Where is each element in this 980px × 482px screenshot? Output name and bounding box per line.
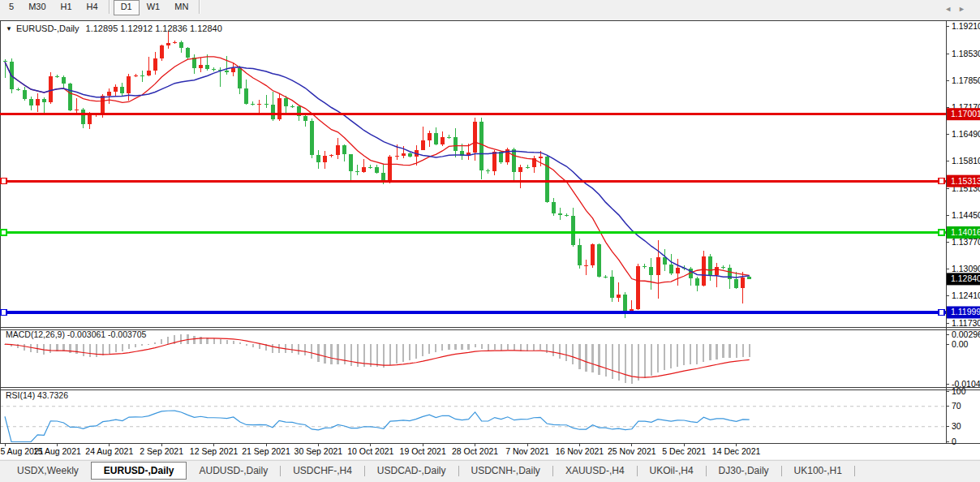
candle-body bbox=[721, 267, 725, 268]
line-handle[interactable] bbox=[939, 309, 944, 315]
candle-body bbox=[23, 90, 27, 99]
candle-body bbox=[473, 122, 477, 153]
macd-axis-label: 0.00 bbox=[952, 339, 969, 349]
candle-body bbox=[271, 105, 275, 120]
candle-body bbox=[434, 133, 438, 144]
chart-ohlc-values: 1.12895 1.12912 1.12836 1.12840 bbox=[86, 24, 222, 33]
candle-body bbox=[578, 245, 582, 265]
chart-tab-uk100-[interactable]: UK100-,H1 bbox=[782, 463, 854, 479]
line-handle[interactable] bbox=[939, 179, 944, 184]
candle-body bbox=[36, 99, 40, 106]
date-axis-label: 25 Nov 2021 bbox=[608, 446, 656, 456]
candle-body bbox=[617, 295, 621, 298]
chart-tab-usdcnh-[interactable]: USDCNH-,Daily bbox=[459, 463, 552, 479]
candle-body bbox=[134, 75, 138, 76]
date-axis-label: 12 Sep 2021 bbox=[190, 446, 239, 456]
candle-body bbox=[140, 75, 144, 76]
chart-tab-ukoil-[interactable]: UKOil-,H4 bbox=[638, 463, 706, 479]
candle-body bbox=[342, 145, 346, 154]
chart-tab-usdx[interactable]: USDX,Weekly bbox=[5, 463, 91, 479]
price-level-badge-text: 1.17001 bbox=[951, 109, 980, 118]
chart-tab-eurusd-[interactable]: EURUSD-,Daily bbox=[91, 462, 187, 480]
line-handle[interactable] bbox=[1, 179, 6, 184]
timeframe-button-h4[interactable]: H4 bbox=[80, 0, 105, 14]
line-handle[interactable] bbox=[1, 309, 6, 315]
candle-body bbox=[584, 265, 588, 266]
chart-tab-audusd-[interactable]: AUDUSD-,Daily bbox=[187, 463, 280, 479]
chart-tab-xauusd-[interactable]: XAUUSD-,H4 bbox=[553, 463, 637, 479]
candle-body bbox=[695, 278, 699, 285]
rsi-axis-label: 70 bbox=[952, 401, 961, 411]
candle-body bbox=[479, 122, 484, 171]
candle-body bbox=[251, 104, 255, 105]
bid-price-badge-text: 1.12840 bbox=[951, 273, 980, 283]
candle-body bbox=[114, 87, 118, 93]
candle-body bbox=[623, 295, 627, 312]
candle-body bbox=[702, 256, 706, 286]
price-axis-label: 1.16490 bbox=[952, 129, 980, 139]
line-handle[interactable] bbox=[1, 230, 6, 235]
candle-body bbox=[192, 58, 196, 68]
candle-body bbox=[669, 265, 673, 273]
tab-separator bbox=[854, 466, 855, 476]
timeframe-button-mn[interactable]: MN bbox=[167, 0, 196, 14]
candle-body bbox=[284, 98, 288, 106]
date-axis-label: 21 Sep 2021 bbox=[242, 446, 290, 456]
chart-tab-usdchf-[interactable]: USDCHF-,H4 bbox=[281, 463, 364, 479]
candle-body bbox=[49, 76, 53, 102]
timeframe-button-w1[interactable]: W1 bbox=[140, 0, 168, 14]
tabs-scroll-right-icon[interactable]: ► bbox=[958, 5, 972, 13]
candle-body bbox=[277, 98, 282, 119]
chart-tab-dj30-[interactable]: DJ30-,Daily bbox=[707, 463, 781, 479]
candle-body bbox=[153, 58, 157, 71]
chart-canvas[interactable]: 1.192101.185301.178501.171701.164901.158… bbox=[0, 20, 980, 459]
candle-body bbox=[336, 145, 340, 155]
candle-body bbox=[120, 87, 124, 94]
candle-body bbox=[290, 106, 294, 107]
timeframe-button-d1[interactable]: D1 bbox=[114, 0, 140, 15]
date-axis-label: 14 Dec 2021 bbox=[712, 446, 761, 456]
price-axis-label: 1.17850 bbox=[952, 75, 980, 85]
candle-body bbox=[643, 266, 647, 267]
candle-body bbox=[526, 167, 530, 168]
candle-body bbox=[173, 42, 177, 43]
chart-title: ▼EURUSD-,Daily1.12895 1.12912 1.12836 1.… bbox=[6, 24, 222, 33]
candle-body bbox=[715, 267, 719, 274]
candle-body bbox=[42, 99, 46, 102]
candle-body bbox=[552, 202, 556, 213]
candle-body bbox=[636, 266, 640, 309]
tabs-scroll-left-icon[interactable]: ◄ bbox=[944, 5, 958, 13]
chart-tab-usdcad-[interactable]: USDCAD-,Daily bbox=[365, 463, 458, 479]
candle-body bbox=[310, 121, 314, 155]
candle-body bbox=[447, 137, 451, 138]
line-handle[interactable] bbox=[939, 230, 944, 235]
price-axis-label: 1.19210 bbox=[952, 21, 980, 31]
candle-body bbox=[453, 137, 458, 151]
date-axis-label: 5 Dec 2021 bbox=[662, 446, 706, 456]
candle-body bbox=[29, 99, 33, 105]
candle-body bbox=[166, 43, 170, 45]
date-axis-label: 28 Oct 2021 bbox=[452, 446, 498, 456]
candle-body bbox=[734, 279, 738, 288]
price-level-badge-text: 1.15313 bbox=[951, 176, 980, 186]
date-axis-label: 16 Nov 2021 bbox=[556, 446, 604, 456]
candle-body bbox=[395, 156, 399, 157]
price-level-badge-text: 1.11999 bbox=[951, 307, 980, 316]
price-axis-label: 1.11730 bbox=[952, 318, 980, 328]
candle-body bbox=[656, 257, 660, 275]
rsi-axis-label: 0 bbox=[952, 437, 956, 446]
candle-body bbox=[571, 216, 575, 246]
candle-body bbox=[127, 76, 131, 93]
candle-body bbox=[81, 110, 85, 124]
price-axis-label: 1.18530 bbox=[952, 49, 980, 58]
timeframe-button-5[interactable]: 5 bbox=[2, 0, 21, 14]
candle-body bbox=[486, 170, 490, 171]
candle-body bbox=[231, 68, 235, 72]
chart-menu-icon[interactable]: ▼ bbox=[6, 25, 12, 32]
candle-body bbox=[264, 104, 269, 105]
candle-body bbox=[323, 156, 327, 162]
candle-body bbox=[88, 115, 92, 124]
timeframe-button-h1[interactable]: H1 bbox=[54, 0, 80, 14]
timeframe-button-m30[interactable]: M30 bbox=[21, 0, 53, 14]
tabs-scroll-arrows: ◄► bbox=[944, 5, 972, 13]
